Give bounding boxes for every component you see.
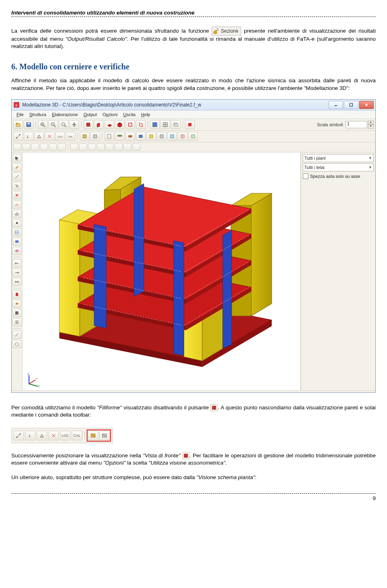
tb2-cal-icon[interactable]: CAL (66, 132, 75, 141)
tb-view-perspective-icon[interactable] (136, 120, 146, 129)
lt-bars-icon[interactable] (12, 318, 21, 326)
menu-output[interactable]: Output (81, 111, 99, 118)
mt-loc-icon[interactable]: LOC (60, 431, 71, 440)
tb3-c-icon[interactable] (31, 144, 39, 151)
tb-save-icon[interactable] (24, 120, 33, 129)
menu-opzioni[interactable]: Opzioni (100, 111, 120, 118)
menu-elaborazione[interactable]: Elaborazione (50, 111, 80, 118)
lt-line-icon[interactable] (12, 173, 21, 181)
lt-edit-icon[interactable] (12, 182, 21, 190)
close-button[interactable] (359, 101, 374, 109)
tb-zoom-extents-icon[interactable] (59, 120, 69, 129)
lt-pink-icon[interactable] (12, 247, 21, 255)
viewport-3d[interactable]: z y x (23, 152, 301, 390)
tb-zoom-in-icon[interactable] (38, 120, 48, 129)
svg-point-76 (18, 281, 19, 282)
tb2-e-icon[interactable] (146, 132, 156, 141)
tb3-m-icon[interactable] (123, 144, 131, 151)
maximize-button[interactable] (344, 101, 358, 109)
tb-pan-icon[interactable] (69, 120, 79, 129)
lt-release-start-icon[interactable] (12, 259, 21, 267)
tb3-b-icon[interactable] (22, 144, 30, 151)
tb2-loc-icon[interactable]: LOC (55, 132, 65, 141)
tb2-a-icon[interactable] (104, 132, 114, 141)
tb3-k-icon[interactable] (106, 144, 114, 151)
lt-pencil-icon[interactable] (12, 163, 21, 171)
lt-release-both-icon[interactable] (12, 278, 21, 286)
tb2-b-icon[interactable] (115, 132, 125, 141)
tb-grid-icon[interactable] (160, 120, 170, 129)
lt-orange-icon[interactable] (12, 300, 21, 308)
lt-cursor-icon[interactable] (12, 154, 21, 162)
lt-delete-icon[interactable] (12, 191, 21, 199)
mt-x-icon[interactable] (48, 431, 59, 440)
tb2-d-icon[interactable] (136, 132, 146, 141)
tb-view-iso-icon[interactable] (115, 120, 125, 129)
tb3-a-icon[interactable] (13, 144, 21, 151)
tb3-l-icon[interactable] (114, 144, 123, 151)
menu-help[interactable]: Help (139, 111, 153, 118)
tb2-f-icon[interactable] (157, 132, 166, 141)
tb2-number-icon[interactable]: 1 (24, 132, 33, 141)
lt-hinge-icon[interactable] (12, 200, 21, 209)
floors-combo[interactable]: Tutti i piani ▼ (303, 154, 374, 162)
lt-release-end-icon[interactable] (12, 269, 21, 277)
p2-c-it: "Utilizza visione assonometrica" (149, 460, 225, 466)
menu-file[interactable]: File (14, 111, 26, 118)
tb3-n-icon[interactable] (132, 144, 140, 151)
svg-line-128 (29, 384, 38, 386)
tb3-f-icon[interactable] (58, 144, 66, 151)
tb3-i-icon[interactable] (88, 144, 96, 151)
lt-frame-icon[interactable] (12, 228, 21, 236)
tb-solid-icon[interactable] (185, 120, 195, 129)
mt-cal-icon[interactable]: CAL (72, 431, 82, 440)
tb3-g-icon[interactable] (70, 144, 78, 151)
tb-view-side-icon[interactable] (94, 120, 104, 129)
tb3-e-icon[interactable] (49, 144, 57, 151)
mt-hide-slabs-icon[interactable] (99, 431, 110, 440)
tb-view-top-icon[interactable] (104, 120, 114, 129)
tb-open-icon[interactable] (13, 120, 23, 129)
menu-struttura[interactable]: Struttura (27, 111, 49, 118)
svg-rect-53 (160, 135, 163, 138)
tb-view-front-icon[interactable] (83, 120, 93, 129)
spezza-asta-checkbox-row[interactable]: Spezza asta solo su asse (303, 173, 374, 180)
tb2-building2-icon[interactable] (90, 132, 100, 141)
frames-combo[interactable]: Tutti i telai ▼ (303, 163, 374, 171)
lt-view-icon[interactable] (12, 340, 21, 348)
tb-view-back-icon[interactable] (125, 120, 135, 129)
lt-wall-icon[interactable] (12, 238, 21, 246)
solid-toggle-button-icon (210, 404, 218, 411)
tb2-support-icon[interactable] (34, 132, 44, 141)
tb2-h-icon[interactable] (178, 132, 187, 141)
tb2-building-icon[interactable] (80, 132, 89, 141)
scala-simboli-stepper[interactable]: ▴▾ (368, 121, 374, 129)
tb3-h-icon[interactable] (79, 144, 87, 151)
lt-red-icon[interactable] (12, 290, 21, 298)
mt-wire-node-icon[interactable] (13, 431, 24, 440)
tb-zoom-out-icon[interactable] (48, 120, 58, 129)
lt-measure-icon[interactable] (12, 331, 21, 339)
tb2-c-icon[interactable] (125, 132, 135, 141)
tb2-x-icon[interactable] (45, 132, 54, 141)
lt-multi-icon[interactable] (12, 309, 21, 317)
tb-save2-icon[interactable] (150, 120, 160, 129)
mt-number-icon[interactable]: 1 (25, 431, 35, 440)
svg-text:1: 1 (27, 135, 29, 139)
lt-node-icon[interactable] (12, 219, 21, 227)
menu-uscita[interactable]: Uscita (121, 111, 138, 118)
scala-simboli-input[interactable]: 1 (345, 121, 367, 128)
tb3-d-icon[interactable] (40, 144, 48, 151)
tb2-g-icon[interactable] (167, 132, 177, 141)
lt-support-icon[interactable] (12, 210, 21, 218)
checkbox-icon[interactable] (303, 173, 308, 179)
tb3-j-icon[interactable] (97, 144, 105, 151)
tb-layers-icon[interactable] (171, 120, 181, 129)
mt-hide-walls-icon[interactable] (88, 431, 98, 440)
mt-support-icon[interactable] (37, 431, 47, 440)
p2-b-it: "Opzioni" (103, 460, 125, 466)
tb2-i-icon[interactable] (188, 132, 198, 141)
svg-line-58 (16, 166, 18, 169)
minimize-button[interactable] (329, 101, 343, 109)
tb2-wire-node-icon[interactable] (13, 132, 23, 141)
